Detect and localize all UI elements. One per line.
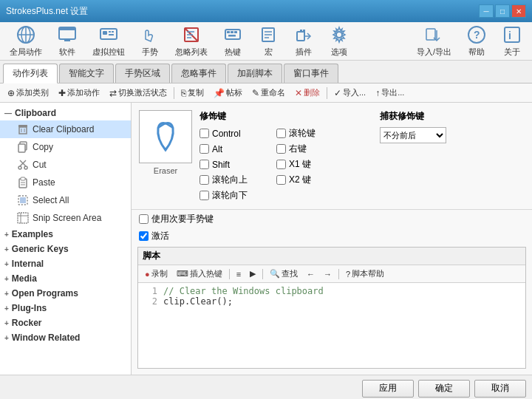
search-label: 查找: [282, 268, 298, 279]
main-content: — Clipboard Clear Clipboard Copy: [0, 103, 532, 375]
tree-group-examples-header[interactable]: + Examples: [0, 227, 131, 242]
toolbar-options[interactable]: 选项: [322, 21, 356, 61]
virtual-btn-icon: [98, 24, 119, 45]
right-btn-checkbox[interactable]: [276, 144, 286, 154]
titlebar-controls: ─ □ ✕: [479, 4, 526, 18]
examples-label: Examples: [12, 229, 53, 239]
scroll-key-checkbox[interactable]: [276, 129, 286, 138]
help-icon: ?: [466, 24, 487, 45]
svg-rect-48: [21, 177, 25, 180]
toolbar-help[interactable]: ? 帮助: [460, 21, 494, 61]
toolbar-virtual-btn[interactable]: 虚拟控钮: [86, 21, 132, 61]
gesture-icon: [140, 24, 160, 45]
minimize-button[interactable]: ─: [479, 4, 494, 18]
export-label: 导出...: [381, 87, 404, 98]
arrow-left-btn[interactable]: ←: [303, 268, 318, 280]
plug-ins-expand-icon: +: [4, 304, 9, 313]
cancel-button[interactable]: 取消: [474, 380, 526, 398]
tree-group-media-header[interactable]: + Media: [0, 271, 131, 286]
script-editor[interactable]: 1 // Clear the Windows clipboard 2 clip.…: [138, 283, 525, 368]
toolbar-ignore-list[interactable]: 忽略列表: [168, 21, 214, 61]
global-action-icon: [16, 24, 36, 45]
tree-group-internal-header[interactable]: + Internal: [0, 256, 131, 271]
add-action-btn[interactable]: ✚ 添加动作: [54, 85, 104, 101]
tab-smart-text[interactable]: 智能文字: [59, 64, 114, 83]
toolbar-import-export[interactable]: 导入/导出: [410, 21, 458, 61]
export-btn[interactable]: ↑ 导出...: [371, 85, 409, 101]
scroll-down-checkbox[interactable]: [200, 191, 209, 200]
pipe-btn[interactable]: ≡: [233, 268, 245, 280]
capture-label: 捕获修饰键: [380, 110, 446, 123]
scroll-up-label: 滚轮向上: [212, 174, 248, 186]
tree-item-snip-screen[interactable]: Snip Screen Area: [0, 209, 131, 227]
toggle-active-btn[interactable]: ⇄ 切换激活状态: [105, 85, 171, 101]
copy-btn[interactable]: ⎘ 复制: [177, 85, 208, 101]
rename-btn[interactable]: ✎ 重命名: [248, 85, 290, 101]
capture-select[interactable]: 不分前后 前置 后置: [380, 127, 446, 143]
close-button[interactable]: ✕: [511, 4, 526, 18]
add-action-icon: ✚: [58, 88, 66, 98]
script-help-btn[interactable]: ? 脚本帮助: [342, 267, 388, 281]
modifier-alt: Alt: [200, 143, 273, 155]
shift-checkbox[interactable]: [200, 160, 209, 169]
import-btn[interactable]: ✓ 导入...: [330, 85, 370, 101]
delete-icon: ✕: [295, 88, 302, 98]
script-section: 脚本 ● 录制 ⌨ 插入热键 ≡ ▶ 🔍: [137, 247, 526, 369]
action-toolbar: ⊕ 添加类别 ✚ 添加动作 ⇄ 切换激活状态 ⎘ 复制 📌 帖标 ✎ 重命名 ✕…: [0, 83, 532, 103]
svg-rect-29: [303, 30, 305, 33]
scroll-up-checkbox[interactable]: [200, 175, 209, 185]
insert-hotkey-btn[interactable]: ⌨ 插入热键: [173, 267, 226, 281]
control-checkbox[interactable]: [200, 129, 209, 138]
toolbar-software[interactable]: 软件: [50, 21, 84, 61]
rocker-expand-icon: +: [4, 319, 9, 327]
secondary-gesture-checkbox[interactable]: [139, 214, 149, 224]
tab-window-event[interactable]: 窗口事件: [284, 64, 338, 83]
tab-ignore-events[interactable]: 忽略事件: [171, 64, 226, 83]
gesture-canvas-label: Eraser: [154, 166, 177, 175]
tree-item-cut[interactable]: Cut: [0, 156, 131, 174]
record-btn[interactable]: ● 录制: [141, 267, 171, 281]
tree-group-plug-ins-header[interactable]: + Plug-Ins: [0, 301, 131, 316]
ok-button[interactable]: 确定: [418, 380, 470, 398]
tab-gesture-zone[interactable]: 手势区域: [115, 64, 170, 83]
pin-icon: 📌: [214, 88, 225, 98]
tree-item-paste[interactable]: Paste: [0, 174, 131, 191]
tree-item-copy[interactable]: Copy: [0, 138, 131, 156]
tree-group-clipboard-header[interactable]: — Clipboard: [0, 106, 131, 120]
titlebar: StrokesPlus.net 设置 ─ □ ✕: [0, 0, 532, 22]
toolbar-plugin[interactable]: 插件: [287, 21, 321, 61]
arrow-right-btn[interactable]: →: [320, 268, 335, 280]
software-icon: [57, 24, 78, 45]
apply-button[interactable]: 应用: [362, 380, 414, 398]
line-code-2: clip.Clear();: [163, 296, 233, 307]
toolbar-global-action[interactable]: 全局动作: [3, 21, 49, 61]
alt-checkbox[interactable]: [200, 144, 209, 154]
search-btn[interactable]: 🔍 查找: [266, 267, 301, 281]
generic-keys-label: Generic Keys: [12, 244, 69, 254]
tree-group-open-programs-header[interactable]: + Open Programs: [0, 286, 131, 301]
maximize-button[interactable]: □: [495, 4, 510, 18]
tree-item-clear-clipboard[interactable]: Clear Clipboard: [0, 120, 131, 138]
x1-checkbox[interactable]: [276, 160, 286, 169]
tree-group-window-related-header[interactable]: + Window Related: [0, 330, 131, 345]
control-label: Control: [212, 129, 241, 139]
toolbar-hotkey[interactable]: 热键: [216, 21, 250, 61]
add-category-btn[interactable]: ⊕ 添加类别: [3, 85, 53, 101]
pin-btn[interactable]: 📌 帖标: [209, 85, 247, 101]
toolbar-about[interactable]: i 关于: [495, 21, 529, 61]
toolbar-gesture[interactable]: 手势: [133, 21, 167, 61]
tab-action-list[interactable]: 动作列表: [3, 64, 58, 83]
tree-group-generic-keys-header[interactable]: + Generic Keys: [0, 242, 131, 256]
x2-checkbox[interactable]: [276, 175, 286, 185]
svg-rect-36: [505, 27, 519, 42]
tree-group-rocker-header[interactable]: + Rocker: [0, 316, 131, 330]
delete-btn[interactable]: ✕ 删除: [290, 85, 324, 101]
tree-item-select-all[interactable]: Select All: [0, 191, 131, 209]
run-btn[interactable]: ▶: [246, 267, 259, 280]
tab-addon-script[interactable]: 加副脚本: [228, 64, 282, 83]
toolbar-about-label: 关于: [504, 47, 520, 58]
activate-checkbox[interactable]: [139, 231, 149, 241]
toolbar-macro[interactable]: 宏: [251, 21, 285, 61]
arrow-left-icon: ←: [307, 270, 315, 279]
export-icon: ↑: [375, 88, 380, 98]
